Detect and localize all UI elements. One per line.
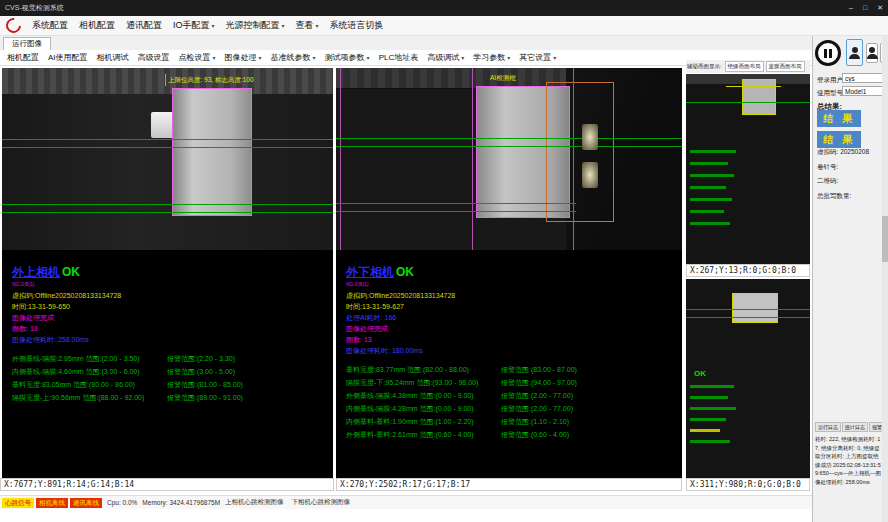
toolbar-item[interactable]: 相机配置 (7, 52, 39, 63)
measurement-row: 外侧基料-基料:2.61mm 范围:(0.60 - 4.00) 报警范围:(0.… (346, 428, 678, 441)
camera-status-ok: OK (396, 265, 414, 279)
model-field[interactable]: Model1 (842, 86, 885, 96)
menu-item[interactable]: 光源控制配置 (226, 19, 285, 32)
memory-usage: Memory: 3424.41796875M (142, 499, 220, 506)
measurement-row: 外侧基线-隔膜:2.95mm 范围:(2.00 - 3.50) 报警范围:(2.… (12, 352, 329, 365)
measure-line (336, 146, 682, 147)
camera-field: 圈数: 13 (12, 323, 329, 334)
status-bar: 心跳信号相机离线通讯离线 Cpu: 0.0% Memory: 3424.4179… (0, 495, 812, 509)
toolbar-item[interactable]: 基准线参数 (271, 52, 316, 63)
log-tab[interactable]: 运行日志 (815, 422, 841, 432)
height-overlay-label: 上限位高度: 93, 标志高度:100 (168, 76, 254, 85)
camera-view-lower[interactable]: AI检测框 外下相机OK NG:0;B(1) 虚拟码:Offline202502… (336, 68, 682, 478)
measurement-alarm-range: 报警范围:(3.00 - 5.00) (167, 365, 235, 378)
toolbar-item[interactable]: 图像处理 (225, 52, 262, 63)
minimize-button[interactable]: – (849, 4, 853, 12)
inspected-object (732, 293, 778, 323)
camera-field: 时间:13-31-59-650 (12, 301, 329, 312)
measure-line (686, 309, 810, 310)
measurement-alarm-range: 报警范围:(1.10 - 2.10) (501, 415, 569, 428)
camera-field: 图像处理完成 (12, 312, 329, 323)
measurement-alarm-range: 报警范围:(94.00 - 97.00) (501, 376, 577, 389)
measure-line (2, 139, 333, 140)
aux-tab[interactable]: 蓝膜画面布局 (766, 61, 805, 72)
tab-run-image[interactable]: 运行图像 (3, 37, 51, 50)
toolbar-item[interactable]: 点检设置 (179, 52, 216, 63)
measure-line (336, 138, 682, 139)
toolbar-item[interactable]: 相机调试 (97, 52, 129, 63)
measurement-alarm-range: 报警范围:(2.20 - 3.30) (167, 352, 235, 365)
user-icon (869, 47, 875, 53)
toolbar-item[interactable]: 其它设置 (519, 52, 556, 63)
measurement-row: 隔膜宽度-上:90.56mm 范围:(88.00 - 92.00) 报警范围:(… (12, 391, 329, 404)
measurement-value: 隔膜宽度-下:95.24mm 范围:(93.00 - 98.00) (346, 376, 501, 389)
toolbar-item[interactable]: 高级调试 (427, 52, 464, 63)
menu-item[interactable]: 通讯配置 (126, 19, 162, 32)
toolbar-item[interactable]: 测试项参数 (325, 52, 370, 63)
menu-item[interactable]: 相机配置 (79, 19, 115, 32)
measurement-rows: 基料宽度:83.77mm 范围:(82.00 - 88.00) 报警范围:(83… (346, 363, 678, 441)
measurement-value: 内侧基线-隔膜:4.60mm 范围:(3.00 - 6.00) (12, 365, 167, 378)
small-view-bottom[interactable]: OK (686, 279, 810, 478)
toolbar-item[interactable]: PLC地址表 (379, 52, 419, 63)
maximize-button[interactable]: □ (863, 4, 867, 12)
camera-field: 图像处理耗时: 258.00ms (12, 334, 329, 345)
camera-view-upper[interactable]: 上限位高度: 93, 标志高度:100 外上相机OK NG:0;B(1) 虚拟码… (2, 68, 333, 478)
measurement-alarm-range: 报警范围:(2.00 - 77.00) (501, 402, 573, 415)
camera-title: 外上相机 (12, 265, 60, 279)
operator-button[interactable] (846, 39, 863, 66)
menu-item[interactable]: 系统配置 (32, 19, 68, 32)
aux-header-label: 辅助画面显示: (687, 63, 722, 70)
toolbar-item[interactable]: AI使用配置 (48, 52, 88, 63)
coord-bar-small-bottom: X:311;Y:980;R:0;G:0;B:0 (686, 478, 810, 491)
measure-line (686, 317, 810, 318)
toolbar-item[interactable]: 高级设置 (138, 52, 170, 63)
coord-bar-small-top: X:267;Y:13;R:0;G:0;B:0 (686, 264, 810, 277)
log-tab[interactable]: 统计日志 (842, 422, 868, 432)
menu-item[interactable]: 查看 (296, 19, 319, 32)
measurement-alarm-range: 报警范围:(81.00 - 85.00) (167, 378, 243, 391)
status-badge: 通讯离线 (70, 498, 102, 508)
side-field-row: 二维码: (817, 177, 869, 186)
user-button[interactable] (866, 43, 878, 63)
measurement-alarm-range: 报警范围:(89.00 - 91.00) (167, 391, 243, 404)
status-extras: 上相机心跳检测图像下相机心跳检测图像 (225, 498, 350, 507)
menu-item[interactable]: 系统语言切换 (330, 19, 384, 32)
measurement-alarm-range: 报警范围:(83.00 - 87.00) (501, 363, 577, 376)
login-user-field[interactable]: cys (842, 73, 885, 83)
camera-image-lower: AI检测框 (336, 68, 682, 250)
scrollbar-thumb[interactable] (882, 216, 888, 262)
camera-fields: 虚拟码:Offline20250208133134728时间:13-31-59-… (346, 290, 678, 356)
small-view-status-ok: OK (694, 369, 706, 378)
reference-line (573, 68, 574, 250)
reflection-glint (582, 124, 598, 150)
measurement-alarm-range: 报警范围:(2.00 - 77.00) (501, 389, 573, 402)
camera-image-upper: 上限位高度: 93, 标志高度:100 (2, 68, 333, 250)
measure-line (2, 204, 333, 205)
scrollbar[interactable] (882, 36, 888, 522)
ai-detect-box (546, 82, 614, 222)
status-badge: 心跳信号 (2, 498, 34, 508)
result-badge: 结 果 (817, 110, 861, 127)
camera-field: 处理AI耗时: 166 (346, 312, 678, 323)
measurement-value: 基料宽度:83.05mm 范围:(80.00 - 86.00) (12, 378, 167, 391)
toolbar-item[interactable]: 学习参数 (473, 52, 510, 63)
camera-field: 虚拟码:Offline20250208133134728 (346, 290, 678, 301)
measurement-row: 基料宽度:83.05mm 范围:(80.00 - 86.00) 报警范围:(81… (12, 378, 329, 391)
status-extra-text: 上相机心跳检测图像 (225, 498, 284, 507)
pause-button[interactable] (815, 40, 841, 66)
titlebar: CVS-视觉检测系统 – □ ✕ (0, 0, 888, 16)
menu-item[interactable]: IO手配置 (173, 19, 215, 32)
model-label: 使用型号: (817, 89, 845, 98)
measurement-value: 外侧基线-隔膜:2.95mm 范围:(2.00 - 3.50) (12, 352, 167, 365)
aux-tabs: 绝缘画面布局蓝膜画面布局 (725, 61, 805, 72)
small-view-top[interactable] (686, 74, 810, 264)
close-button[interactable]: ✕ (877, 4, 883, 12)
side-field-label: 二维码: (817, 177, 838, 184)
aux-tab[interactable]: 绝缘画面布局 (725, 61, 764, 72)
measurement-value: 外侧基料-基料:2.61mm 范围:(0.60 - 4.00) (346, 428, 501, 441)
log-tabs: 运行日志统计日志报警日志 (815, 422, 888, 432)
reflection-glint (582, 162, 598, 188)
aux-view-header: 辅助画面显示: 绝缘画面布局蓝膜画面布局 (686, 60, 810, 73)
inspected-object (742, 79, 776, 115)
